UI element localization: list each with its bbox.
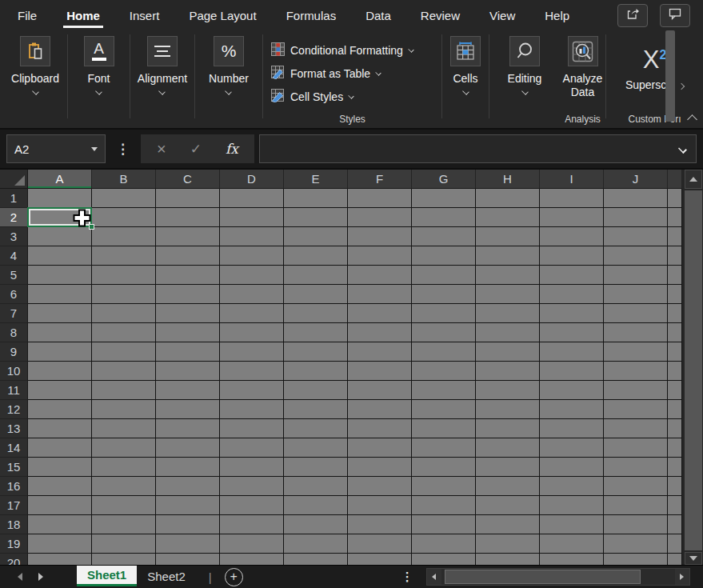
cell-partial-17[interactable] (668, 496, 682, 515)
cell-A16[interactable] (28, 477, 92, 496)
cell-B5[interactable] (92, 266, 156, 285)
cell-I10[interactable] (540, 362, 604, 381)
cell-C11[interactable] (156, 381, 220, 400)
cell-D5[interactable] (220, 266, 284, 285)
cell-A6[interactable] (28, 285, 92, 304)
cell-I11[interactable] (540, 381, 604, 400)
cell-A14[interactable] (28, 438, 92, 458)
column-header-A[interactable]: A (28, 170, 92, 189)
row-header-16[interactable]: 16 (0, 477, 28, 496)
cell-J6[interactable] (604, 285, 668, 304)
enter-icon[interactable]: ✓ (190, 141, 202, 158)
previous-sheet-icon[interactable] (18, 573, 22, 581)
cell-H20[interactable] (476, 554, 540, 565)
menu-file[interactable]: File (16, 2, 38, 30)
cell-D9[interactable] (220, 342, 284, 362)
cell-G13[interactable] (412, 419, 476, 438)
analyze-data-button[interactable]: Analyze Data (557, 30, 609, 99)
cell-H12[interactable] (476, 400, 540, 419)
cell-F16[interactable] (348, 477, 412, 496)
cell-A18[interactable] (28, 515, 92, 534)
cell-E6[interactable] (284, 285, 348, 304)
cell-H17[interactable] (476, 496, 540, 515)
cell-F13[interactable] (348, 419, 412, 438)
cell-J19[interactable] (604, 534, 668, 554)
column-header-E[interactable]: E (284, 170, 348, 189)
column-header-partial[interactable] (668, 170, 682, 189)
cell-F1[interactable] (348, 189, 412, 208)
cell-G7[interactable] (412, 304, 476, 323)
cell-A13[interactable] (28, 419, 92, 438)
cell-H2[interactable] (476, 208, 540, 227)
row-header-19[interactable]: 19 (0, 534, 28, 554)
cell-styles-button[interactable]: Cell Styles (271, 85, 353, 108)
insert-function-icon[interactable]: fx (226, 141, 238, 157)
cell-H6[interactable] (476, 285, 540, 304)
vertical-scrollbar-thumb[interactable] (685, 190, 702, 550)
cell-H16[interactable] (476, 477, 540, 496)
cell-E5[interactable] (284, 266, 348, 285)
cell-B2[interactable] (92, 208, 156, 227)
cell-G15[interactable] (412, 458, 476, 477)
vertical-scrollbar[interactable] (684, 170, 703, 565)
cell-H7[interactable] (476, 304, 540, 323)
cell-B18[interactable] (92, 515, 156, 534)
cell-A11[interactable] (28, 381, 92, 400)
cell-partial-8[interactable] (668, 323, 682, 342)
scroll-down-button[interactable] (685, 552, 702, 565)
cell-C2[interactable] (156, 208, 220, 227)
row-header-2[interactable]: 2 (0, 208, 28, 227)
cell-D16[interactable] (220, 477, 284, 496)
cell-partial-10[interactable] (668, 362, 682, 381)
cell-J3[interactable] (604, 227, 668, 246)
cell-B15[interactable] (92, 458, 156, 477)
menu-view[interactable]: View (488, 2, 517, 30)
cell-B11[interactable] (92, 381, 156, 400)
row-header-12[interactable]: 12 (0, 400, 28, 419)
cell-E3[interactable] (284, 227, 348, 246)
cell-D10[interactable] (220, 362, 284, 381)
column-header-J[interactable]: J (604, 170, 668, 189)
cell-J10[interactable] (604, 362, 668, 381)
row-header-8[interactable]: 8 (0, 323, 28, 342)
cell-E1[interactable] (284, 189, 348, 208)
cell-C13[interactable] (156, 419, 220, 438)
cell-B14[interactable] (92, 438, 156, 458)
cell-I16[interactable] (540, 477, 604, 496)
menu-review[interactable]: Review (419, 2, 461, 30)
cell-I8[interactable] (540, 323, 604, 342)
row-header-11[interactable]: 11 (0, 381, 28, 400)
horizontal-scrollbar[interactable] (426, 568, 690, 586)
cell-I13[interactable] (540, 419, 604, 438)
column-header-C[interactable]: C (156, 170, 220, 189)
cell-B13[interactable] (92, 419, 156, 438)
cell-E12[interactable] (284, 400, 348, 419)
menu-page-layout[interactable]: Page Layout (187, 2, 258, 30)
cell-G6[interactable] (412, 285, 476, 304)
cell-G20[interactable] (412, 554, 476, 565)
cell-G1[interactable] (412, 189, 476, 208)
row-header-4[interactable]: 4 (0, 246, 28, 266)
cell-A20[interactable] (28, 554, 92, 565)
cell-B4[interactable] (92, 246, 156, 266)
cell-B9[interactable] (92, 342, 156, 362)
cell-C1[interactable] (156, 189, 220, 208)
cell-H13[interactable] (476, 419, 540, 438)
cell-J18[interactable] (604, 515, 668, 534)
row-header-5[interactable]: 5 (0, 266, 28, 285)
cell-partial-18[interactable] (668, 515, 682, 534)
cell-F8[interactable] (348, 323, 412, 342)
cell-E11[interactable] (284, 381, 348, 400)
cell-partial-12[interactable] (668, 400, 682, 419)
cell-C14[interactable] (156, 438, 220, 458)
select-all-button[interactable] (0, 170, 28, 189)
cell-I19[interactable] (540, 534, 604, 554)
cell-E13[interactable] (284, 419, 348, 438)
cancel-icon[interactable]: × (157, 141, 166, 157)
cell-I4[interactable] (540, 246, 604, 266)
cell-G5[interactable] (412, 266, 476, 285)
column-header-I[interactable]: I (540, 170, 604, 189)
column-header-H[interactable]: H (476, 170, 540, 189)
cell-F19[interactable] (348, 534, 412, 554)
row-header-14[interactable]: 14 (0, 438, 28, 458)
